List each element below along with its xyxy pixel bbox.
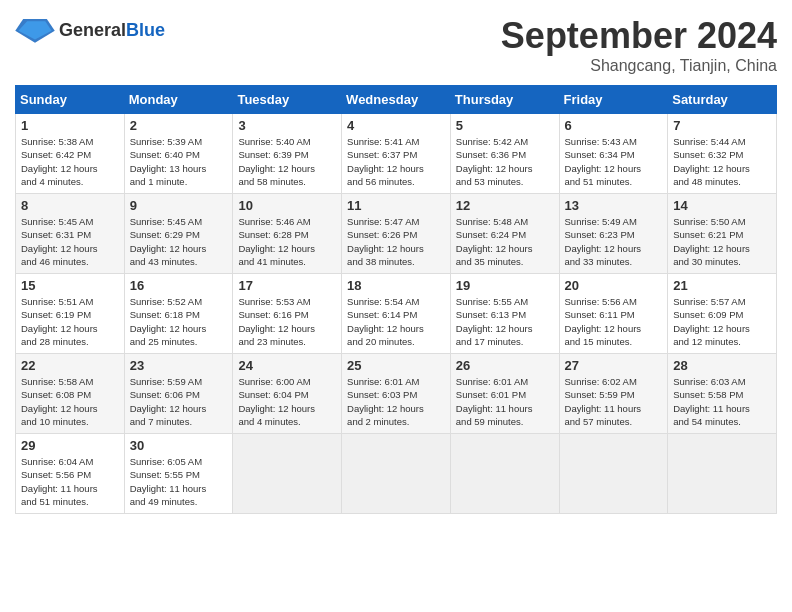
day-info: Sunrise: 5:56 AM Sunset: 6:11 PM Dayligh… xyxy=(565,295,663,348)
day-info: Sunrise: 5:50 AM Sunset: 6:21 PM Dayligh… xyxy=(673,215,771,268)
day-number: 18 xyxy=(347,278,445,293)
day-number: 14 xyxy=(673,198,771,213)
calendar-day-29: 29Sunrise: 6:04 AM Sunset: 5:56 PM Dayli… xyxy=(16,434,125,514)
logo-general: General xyxy=(59,20,126,40)
day-number: 29 xyxy=(21,438,119,453)
day-number: 2 xyxy=(130,118,228,133)
day-info: Sunrise: 6:05 AM Sunset: 5:55 PM Dayligh… xyxy=(130,455,228,508)
day-info: Sunrise: 5:42 AM Sunset: 6:36 PM Dayligh… xyxy=(456,135,554,188)
day-info: Sunrise: 6:01 AM Sunset: 6:03 PM Dayligh… xyxy=(347,375,445,428)
calendar-day-26: 26Sunrise: 6:01 AM Sunset: 6:01 PM Dayli… xyxy=(450,354,559,434)
calendar-day-14: 14Sunrise: 5:50 AM Sunset: 6:21 PM Dayli… xyxy=(668,194,777,274)
col-header-thursday: Thursday xyxy=(450,86,559,114)
day-info: Sunrise: 5:39 AM Sunset: 6:40 PM Dayligh… xyxy=(130,135,228,188)
day-info: Sunrise: 5:45 AM Sunset: 6:31 PM Dayligh… xyxy=(21,215,119,268)
calendar-day-24: 24Sunrise: 6:00 AM Sunset: 6:04 PM Dayli… xyxy=(233,354,342,434)
day-info: Sunrise: 5:49 AM Sunset: 6:23 PM Dayligh… xyxy=(565,215,663,268)
col-header-saturday: Saturday xyxy=(668,86,777,114)
calendar-day-8: 8Sunrise: 5:45 AM Sunset: 6:31 PM Daylig… xyxy=(16,194,125,274)
day-number: 19 xyxy=(456,278,554,293)
day-number: 30 xyxy=(130,438,228,453)
calendar-day-13: 13Sunrise: 5:49 AM Sunset: 6:23 PM Dayli… xyxy=(559,194,668,274)
calendar-day-7: 7Sunrise: 5:44 AM Sunset: 6:32 PM Daylig… xyxy=(668,114,777,194)
calendar-day-15: 15Sunrise: 5:51 AM Sunset: 6:19 PM Dayli… xyxy=(16,274,125,354)
day-info: Sunrise: 5:57 AM Sunset: 6:09 PM Dayligh… xyxy=(673,295,771,348)
calendar-day-9: 9Sunrise: 5:45 AM Sunset: 6:29 PM Daylig… xyxy=(124,194,233,274)
calendar-day-empty xyxy=(342,434,451,514)
day-number: 27 xyxy=(565,358,663,373)
day-info: Sunrise: 5:52 AM Sunset: 6:18 PM Dayligh… xyxy=(130,295,228,348)
day-number: 13 xyxy=(565,198,663,213)
day-number: 17 xyxy=(238,278,336,293)
calendar-day-3: 3Sunrise: 5:40 AM Sunset: 6:39 PM Daylig… xyxy=(233,114,342,194)
day-number: 28 xyxy=(673,358,771,373)
calendar-day-11: 11Sunrise: 5:47 AM Sunset: 6:26 PM Dayli… xyxy=(342,194,451,274)
day-info: Sunrise: 6:03 AM Sunset: 5:58 PM Dayligh… xyxy=(673,375,771,428)
day-info: Sunrise: 5:53 AM Sunset: 6:16 PM Dayligh… xyxy=(238,295,336,348)
calendar-day-empty xyxy=(559,434,668,514)
calendar-day-17: 17Sunrise: 5:53 AM Sunset: 6:16 PM Dayli… xyxy=(233,274,342,354)
day-number: 10 xyxy=(238,198,336,213)
calendar-day-21: 21Sunrise: 5:57 AM Sunset: 6:09 PM Dayli… xyxy=(668,274,777,354)
day-number: 26 xyxy=(456,358,554,373)
col-header-wednesday: Wednesday xyxy=(342,86,451,114)
calendar-day-18: 18Sunrise: 5:54 AM Sunset: 6:14 PM Dayli… xyxy=(342,274,451,354)
col-header-friday: Friday xyxy=(559,86,668,114)
calendar-day-5: 5Sunrise: 5:42 AM Sunset: 6:36 PM Daylig… xyxy=(450,114,559,194)
day-number: 11 xyxy=(347,198,445,213)
day-number: 7 xyxy=(673,118,771,133)
day-number: 25 xyxy=(347,358,445,373)
day-info: Sunrise: 5:48 AM Sunset: 6:24 PM Dayligh… xyxy=(456,215,554,268)
day-info: Sunrise: 5:58 AM Sunset: 6:08 PM Dayligh… xyxy=(21,375,119,428)
day-number: 1 xyxy=(21,118,119,133)
logo-icon xyxy=(15,15,55,45)
day-number: 22 xyxy=(21,358,119,373)
calendar-day-empty xyxy=(233,434,342,514)
day-info: Sunrise: 6:01 AM Sunset: 6:01 PM Dayligh… xyxy=(456,375,554,428)
calendar-day-10: 10Sunrise: 5:46 AM Sunset: 6:28 PM Dayli… xyxy=(233,194,342,274)
day-info: Sunrise: 6:00 AM Sunset: 6:04 PM Dayligh… xyxy=(238,375,336,428)
day-number: 15 xyxy=(21,278,119,293)
day-number: 6 xyxy=(565,118,663,133)
calendar-week-row: 8Sunrise: 5:45 AM Sunset: 6:31 PM Daylig… xyxy=(16,194,777,274)
header: GeneralBlue September 2024 Shangcang, Ti… xyxy=(15,15,777,75)
title-block: September 2024 Shangcang, Tianjin, China xyxy=(501,15,777,75)
day-info: Sunrise: 5:54 AM Sunset: 6:14 PM Dayligh… xyxy=(347,295,445,348)
col-header-sunday: Sunday xyxy=(16,86,125,114)
calendar-day-6: 6Sunrise: 5:43 AM Sunset: 6:34 PM Daylig… xyxy=(559,114,668,194)
day-info: Sunrise: 5:38 AM Sunset: 6:42 PM Dayligh… xyxy=(21,135,119,188)
day-info: Sunrise: 5:41 AM Sunset: 6:37 PM Dayligh… xyxy=(347,135,445,188)
month-title: September 2024 xyxy=(501,15,777,57)
day-info: Sunrise: 5:44 AM Sunset: 6:32 PM Dayligh… xyxy=(673,135,771,188)
calendar-week-row: 29Sunrise: 6:04 AM Sunset: 5:56 PM Dayli… xyxy=(16,434,777,514)
calendar-day-28: 28Sunrise: 6:03 AM Sunset: 5:58 PM Dayli… xyxy=(668,354,777,434)
calendar-day-25: 25Sunrise: 6:01 AM Sunset: 6:03 PM Dayli… xyxy=(342,354,451,434)
day-info: Sunrise: 5:47 AM Sunset: 6:26 PM Dayligh… xyxy=(347,215,445,268)
day-info: Sunrise: 6:02 AM Sunset: 5:59 PM Dayligh… xyxy=(565,375,663,428)
calendar-day-22: 22Sunrise: 5:58 AM Sunset: 6:08 PM Dayli… xyxy=(16,354,125,434)
day-info: Sunrise: 5:55 AM Sunset: 6:13 PM Dayligh… xyxy=(456,295,554,348)
calendar-day-12: 12Sunrise: 5:48 AM Sunset: 6:24 PM Dayli… xyxy=(450,194,559,274)
day-number: 23 xyxy=(130,358,228,373)
calendar-day-2: 2Sunrise: 5:39 AM Sunset: 6:40 PM Daylig… xyxy=(124,114,233,194)
day-info: Sunrise: 5:43 AM Sunset: 6:34 PM Dayligh… xyxy=(565,135,663,188)
day-info: Sunrise: 6:04 AM Sunset: 5:56 PM Dayligh… xyxy=(21,455,119,508)
calendar-day-1: 1Sunrise: 5:38 AM Sunset: 6:42 PM Daylig… xyxy=(16,114,125,194)
day-info: Sunrise: 5:40 AM Sunset: 6:39 PM Dayligh… xyxy=(238,135,336,188)
calendar-day-30: 30Sunrise: 6:05 AM Sunset: 5:55 PM Dayli… xyxy=(124,434,233,514)
calendar-day-27: 27Sunrise: 6:02 AM Sunset: 5:59 PM Dayli… xyxy=(559,354,668,434)
calendar-day-empty xyxy=(450,434,559,514)
day-number: 12 xyxy=(456,198,554,213)
calendar-week-row: 22Sunrise: 5:58 AM Sunset: 6:08 PM Dayli… xyxy=(16,354,777,434)
logo: GeneralBlue xyxy=(15,15,165,45)
day-info: Sunrise: 5:45 AM Sunset: 6:29 PM Dayligh… xyxy=(130,215,228,268)
day-info: Sunrise: 5:51 AM Sunset: 6:19 PM Dayligh… xyxy=(21,295,119,348)
calendar: SundayMondayTuesdayWednesdayThursdayFrid… xyxy=(15,85,777,514)
calendar-day-23: 23Sunrise: 5:59 AM Sunset: 6:06 PM Dayli… xyxy=(124,354,233,434)
day-number: 16 xyxy=(130,278,228,293)
day-number: 4 xyxy=(347,118,445,133)
day-number: 8 xyxy=(21,198,119,213)
calendar-day-19: 19Sunrise: 5:55 AM Sunset: 6:13 PM Dayli… xyxy=(450,274,559,354)
location: Shangcang, Tianjin, China xyxy=(501,57,777,75)
day-info: Sunrise: 5:59 AM Sunset: 6:06 PM Dayligh… xyxy=(130,375,228,428)
